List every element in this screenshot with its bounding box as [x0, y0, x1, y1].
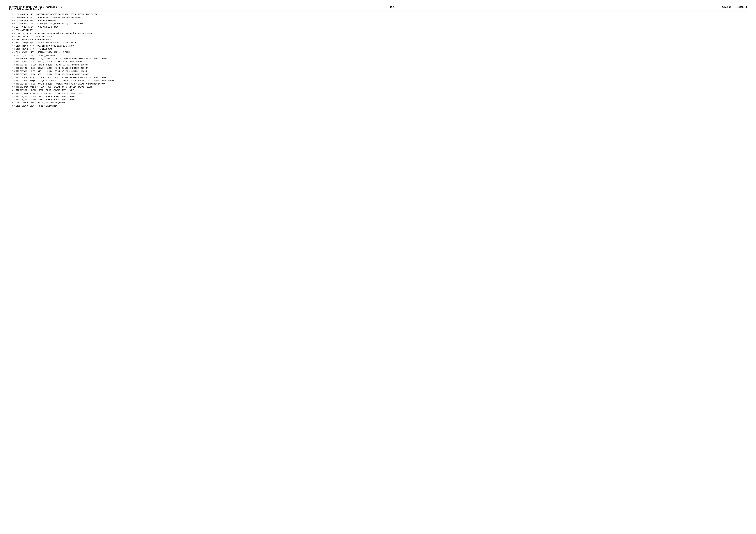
- row-text: С159-481' 3,9' ' ТРУБЫ ВИНИПЛАТОВЫЕ ДИАМ…: [15, 45, 747, 48]
- table-row: 59Ц8-409-3' 0,25' ' ТО ЖЕ СЕЧ.1Х8ММ2*: [9, 19, 747, 22]
- section-label: - III -: [387, 6, 397, 8]
- table-row: 65РМАТЕРИАЛЫ НЕ УЧТЕННЫЕ ЦЕННИКОМ*: [9, 38, 747, 41]
- row-text: ТТО ЖЕ ТАБ8-071(=13)' 0,06' 470' КАБЕЛЬ …: [15, 86, 747, 89]
- row-text: Ц8-472-7' 0,1' ' ТО ЖЕ СЕЧ.160ММ2*: [15, 35, 747, 38]
- row-text: ТТО ЖЕ(=13)' 0,135' 625' ТО ЖЕ СЕЧ.10Х1,…: [15, 95, 747, 98]
- row-text: ТТО ЖЕ(=13)' 0,02' 200.1,3.1,126' ТО ЖЕ …: [15, 60, 747, 64]
- row-number: 58: [9, 16, 15, 19]
- row-number: 82: [9, 92, 15, 95]
- table-row: 61Ц8-409-13' 1,1' ' ТО ЖЕ СЕЧ.ДО 16ММ2*: [9, 26, 747, 29]
- table-row: 661504-6114(=13)' 3' 41,5.1,08' ПЕРЕКЛЮЧ…: [9, 41, 747, 45]
- table-row: 62П2# ЗАЗЕМЛЕНИЕ*: [9, 29, 747, 32]
- row-number: 72: [9, 60, 15, 64]
- content-table: 57Ц8-149-1' 0,14' ' ЗАТЯГИВАНИЕ КАБЕЛЯ М…: [9, 13, 747, 108]
- row-text: С152-166' 0,135' ' ПРОВОД АПВ СЕЧ.1Х2,5М…: [15, 101, 747, 105]
- row-text: Ц8-409-3' 0,25' ' ТО ЖЕ СЕЧ.1Х8ММ2*: [15, 19, 747, 22]
- header-top-row: ПРОГРАММНЫЙ КОМПЛЕКС АВС-3ЕС ( РЕДАКЦИЯ …: [9, 6, 747, 10]
- row-text: С152-169' 0,135' ' ТО ЖЕ СЕЧ.1Х6ММ2*: [15, 105, 747, 108]
- row-text: ТТО ЖЕ ТАБ3-005(=13)' 0,07' 245.1,3.1,12…: [15, 76, 747, 79]
- row-number: 61: [9, 26, 15, 29]
- row-number: 80: [9, 86, 15, 89]
- doc-num: 24383-13: [722, 6, 731, 8]
- table-row: 68С159-483' 2,5' ' ТО ЖЕ ДИАМ.40ММ*: [9, 48, 747, 51]
- table-row: 83ТТО ЖЕ(=13)' 0,135' 625' ТО ЖЕ СЕЧ.10Х…: [9, 95, 747, 98]
- table-row: 84ТТО ЖЕ(=13)' 0,145' 700' ТО ЖЕ СЕЧ.12Х…: [9, 98, 747, 101]
- row-number: 84: [9, 98, 15, 101]
- table-row: 85С152-166' 0,135' ' ПРОВОД АПВ СЕЧ.1Х2,…: [9, 101, 747, 105]
- row-number: 64: [9, 35, 15, 38]
- table-row: 81ТТО ЖЕ(=13)' 0,032' 3260' ТО ЖЕ СЕЧ.2Х…: [9, 89, 747, 92]
- table-row: 79ТТО ЖЕ(=13)' 0,05' 3770.1,2.1,126' КАБ…: [9, 83, 747, 86]
- table-row: 86С152-169' 0,135' ' ТО ЖЕ СЕЧ.1Х6ММ2*: [9, 105, 747, 108]
- row-number: 71: [9, 57, 15, 61]
- row-number: 85: [9, 101, 15, 105]
- row-number: 74: [9, 67, 15, 70]
- row-number: 75: [9, 70, 15, 73]
- table-row: 58Ц8-409-1' 0,25' ' ТО ЖЕ ПЕРВОГО ПРОВОД…: [9, 16, 747, 19]
- row-text: ТТО ЖЕ(=13)' 0,025' 245.1,2.1,126' ТО ЖЕ…: [15, 64, 747, 67]
- header-left-block: ПРОГРАММНЫЙ КОМПЛЕКС АВС-3ЕС ( РЕДАКЦИЯ …: [9, 6, 62, 10]
- row-number: 57: [9, 13, 15, 16]
- row-text: Т15-09 ТАБ3-036(=13)' 1,1' 170.1,3.1,126…: [15, 57, 747, 61]
- row-number: 78: [9, 79, 15, 83]
- row-text: С113-4(=13)' 48' ' МЕТАЛЛОРУКАВА ДИАМ.29…: [15, 51, 747, 54]
- row-number: 66: [9, 41, 15, 45]
- row-number: 81: [9, 89, 15, 92]
- table-row: 64Ц8-472-7' 0,1' ' ТО ЖЕ СЕЧ.160ММ2*: [9, 35, 747, 38]
- table-row: 75ТТО ЖЕ(=13)' 0,08' 445.1,2.1,126' ТО Ж…: [9, 70, 747, 73]
- row-text: Ц8-409-11' 1,1' ' ЗА КАЖДЫЙ ПОСЛЕДУЮЩИЙ …: [15, 22, 747, 26]
- table-row: 78ТТО ЖЕ ТАБ2-065(=13)' 0,083' 3100.1,2.…: [9, 79, 747, 83]
- row-number: 62: [9, 29, 15, 32]
- table-row: 63Ц8-472-6' 4,5' ' ПРОВОДНИК ЗАЗЕМЛЯЮЩИЙ…: [9, 32, 747, 35]
- table-row: 67С159-481' 3,9' ' ТРУБЫ ВИНИПЛАТОВЫЕ ДИ…: [9, 45, 747, 48]
- table-row: 80ТТО ЖЕ ТАБ8-071(=13)' 0,06' 470' КАБЕЛ…: [9, 86, 747, 89]
- row-number: 73: [9, 64, 15, 67]
- row-text: ТТО ЖЕ ТАБ2-065(=13)' 0,083' 3100.1,2.1,…: [15, 79, 747, 83]
- row-text: ТТО ЖЕ(=13)' 0,032' 3260' ТО ЖЕ СЕЧ.2Х70…: [15, 89, 747, 92]
- table-row: 70С113-7(=13)' 24' ' ТО ЖЕ ДИАМ.60ММ*: [9, 54, 747, 57]
- subtitle: Г.2-IV-3.90 Альбом I3 Книга 2: [9, 8, 62, 10]
- row-text: ТТО ЖЕ(=13)' 0,14' 970.1,2.1,126' ТО ЖЕ …: [15, 73, 747, 76]
- table-row: 76ТТО ЖЕ(=13)' 0,14' 970.1,2.1,126' ТО Ж…: [9, 73, 747, 76]
- row-text: ТТО ЖЕ ТАБ8-073(=13)' 0,265' 465' ТО ЖЕ …: [15, 92, 747, 95]
- row-number: 83: [9, 95, 15, 98]
- row-text: Ц8-409-13' 1,1' ' ТО ЖЕ СЕЧ.ДО 16ММ2*: [15, 26, 747, 29]
- row-text: ТТО ЖЕ(=13)' 0,08' 445.1,2.1,126' ТО ЖЕ …: [15, 70, 747, 73]
- row-number: 68: [9, 48, 15, 51]
- row-text: П2# ЗАЗЕМЛЕНИЕ*: [15, 29, 747, 32]
- header-divider: [9, 12, 747, 12]
- table-row: 72ТТО ЖЕ(=13)' 0,02' 200.1,3.1,126' ТО Ж…: [9, 60, 747, 64]
- row-number: 70: [9, 54, 15, 57]
- table-row: 82ТТО ЖЕ ТАБ8-073(=13)' 0,265' 465' ТО Ж…: [9, 92, 747, 95]
- table-row: 69С113-4(=13)' 48' ' МЕТАЛЛОРУКАВА ДИАМ.…: [9, 51, 747, 54]
- row-number: 76: [9, 73, 15, 76]
- table-row: 77ТТО ЖЕ ТАБ3-005(=13)' 0,07' 245.1,3.1,…: [9, 76, 747, 79]
- row-text: 1504-6114(=13)' 3' 41,5.1,08' ПЕРЕКЛЮЧАТ…: [15, 41, 747, 45]
- row-number: 65: [9, 38, 15, 41]
- row-number: 79: [9, 83, 15, 86]
- row-number: 86: [9, 105, 15, 108]
- row-number: 67: [9, 45, 15, 48]
- row-text: Ц8-472-6' 4,5' ' ПРОВОДНИК ЗАЗЕМЛЯЮЩИЙ И…: [15, 32, 747, 35]
- row-number: 60: [9, 22, 15, 26]
- row-number: 77: [9, 76, 15, 79]
- table-row: 73ТТО ЖЕ(=13)' 0,025' 245.1,2.1,126' ТО …: [9, 64, 747, 67]
- table-row: 71Т15-09 ТАБ3-036(=13)' 1,1' 170.1,3.1,1…: [9, 57, 747, 61]
- row-number: 63: [9, 32, 15, 35]
- row-text: Ц8-409-1' 0,25' ' ТО ЖЕ ПЕРВОГО ПРОВОДА …: [15, 16, 747, 19]
- program-name: ПРОГРАММНЫЙ КОМПЛЕКС АВС-3ЕС ( РЕДАКЦИЯ …: [9, 6, 62, 8]
- header: ПРОГРАММНЫЙ КОМПЛЕКС АВС-3ЕС ( РЕДАКЦИЯ …: [9, 6, 747, 10]
- row-text: ТТО ЖЕ(=13)' 0,145' 700' ТО ЖЕ СЕЧ.12Х1,…: [15, 98, 747, 101]
- table-row: 74ТТО ЖЕ(=13)' 0,01' 330.1,2.1,126' ТО Ж…: [9, 67, 747, 70]
- row-text: Ц8-149-1' 0,14' ' ЗАТЯГИВАНИЕ КАБЕЛЯ МАР…: [15, 13, 747, 16]
- row-text: ТТО ЖЕ(=13)' 0,05' 3770.1,2.1,126' КАБЕЛ…: [15, 83, 747, 86]
- table-row: 60Ц8-409-11' 1,1' ' ЗА КАЖДЫЙ ПОСЛЕДУЮЩИ…: [9, 22, 747, 26]
- header-right-block: 24383-13 14890115: [722, 6, 747, 8]
- doc-id: 14890115: [738, 6, 747, 8]
- row-text: РМАТЕРИАЛЫ НЕ УЧТЕННЫЕ ЦЕННИКОМ*: [15, 38, 747, 41]
- row-text: С113-7(=13)' 24' ' ТО ЖЕ ДИАМ.60ММ*: [15, 54, 747, 57]
- row-text: ТТО ЖЕ(=13)' 0,01' 330.1,2.1,126' ТО ЖЕ …: [15, 67, 747, 70]
- row-text: С159-483' 2,5' ' ТО ЖЕ ДИАМ.40ММ*: [15, 48, 747, 51]
- row-number: 59: [9, 19, 15, 22]
- row-number: 69: [9, 51, 15, 54]
